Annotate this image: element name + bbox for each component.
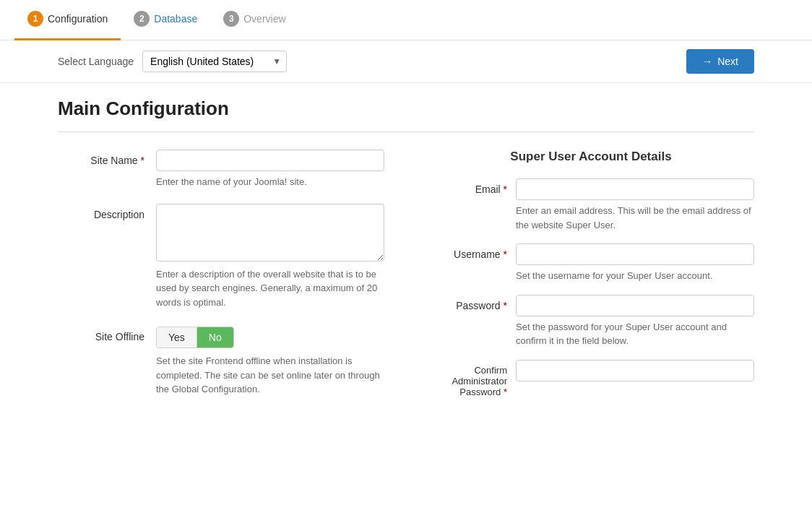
step-2-number: 2 <box>134 11 150 27</box>
confirm-password-row: Confirm Administrator Password * <box>428 360 754 397</box>
site-offline-label: Site Offline <box>58 327 144 342</box>
next-button[interactable]: → Next <box>686 49 754 74</box>
description-row: Description Enter a description of the o… <box>58 204 384 310</box>
site-name-label: Site Name * <box>58 150 144 166</box>
section-divider <box>58 131 754 132</box>
step-database[interactable]: 2 Database <box>121 0 210 40</box>
main-content: Main Configuration Site Name * Enter the… <box>0 83 812 438</box>
step-3-label: Overview <box>243 13 285 25</box>
username-row: Username * Set the username for your Sup… <box>428 243 754 283</box>
step-1-label: Configuration <box>48 13 108 25</box>
description-input[interactable] <box>156 204 384 262</box>
site-offline-row: Site Offline Yes No Set the site Fronten… <box>58 327 384 397</box>
site-name-hint: Enter the name of your Joomla! site. <box>156 175 384 189</box>
language-select[interactable]: English (United States) French (France) … <box>142 51 287 72</box>
page-title: Main Configuration <box>58 98 754 120</box>
email-row: Email * Enter an email address. This wil… <box>428 178 754 232</box>
super-user-section-title: Super User Account Details <box>428 150 754 164</box>
confirm-password-label: Confirm Administrator Password * <box>428 360 507 397</box>
email-content: Enter an email address. This will be the… <box>516 178 754 232</box>
language-label: Select Language <box>58 56 134 67</box>
email-hint: Enter an email address. This will be the… <box>516 204 754 232</box>
password-row: Password * Set the password for your Sup… <box>428 295 754 348</box>
step-configuration[interactable]: 1 Configuration <box>14 0 121 40</box>
site-offline-no-button[interactable]: No <box>197 327 233 348</box>
email-label: Email * <box>428 178 507 195</box>
stepper-bar: 1 Configuration 2 Database 3 Overview <box>0 0 812 40</box>
left-column: Site Name * Enter the name of your Jooml… <box>58 150 384 409</box>
site-offline-hint: Set the site Frontend offline when insta… <box>156 354 384 397</box>
site-offline-section: Site Offline Yes No Set the site Fronten… <box>58 327 384 397</box>
header-controls: Select Language English (United States) … <box>0 40 812 83</box>
step-1-number: 1 <box>27 11 43 27</box>
password-content: Set the password for your Super User acc… <box>516 295 754 348</box>
description-hint: Enter a description of the overall websi… <box>156 267 384 310</box>
step-3-number: 3 <box>223 11 239 27</box>
language-select-wrapper: English (United States) French (France) … <box>142 51 287 72</box>
confirm-password-input[interactable] <box>516 360 754 381</box>
language-section: Select Language English (United States) … <box>58 51 287 72</box>
step-overview[interactable]: 3 Overview <box>210 0 298 40</box>
site-offline-toggle: Yes No <box>156 327 234 348</box>
site-offline-content: Yes No Set the site Frontend offline whe… <box>156 327 384 397</box>
step-2-label[interactable]: Database <box>154 13 197 25</box>
password-input[interactable] <box>516 295 754 316</box>
username-content: Set the username for your Super User acc… <box>516 243 754 283</box>
description-label: Description <box>58 204 144 220</box>
form-columns: Site Name * Enter the name of your Jooml… <box>58 150 754 409</box>
username-label: Username * <box>428 243 507 260</box>
email-input[interactable] <box>516 178 754 200</box>
site-offline-yes-button[interactable]: Yes <box>157 327 196 348</box>
arrow-icon: → <box>702 56 712 67</box>
username-hint: Set the username for your Super User acc… <box>516 269 754 283</box>
username-input[interactable] <box>516 243 754 265</box>
stepper-steps: 1 Configuration 2 Database 3 Overview <box>14 0 299 40</box>
password-hint: Set the password for your Super User acc… <box>516 320 754 348</box>
confirm-password-content <box>516 360 754 381</box>
site-name-row: Site Name * Enter the name of your Jooml… <box>58 150 384 189</box>
site-name-content: Enter the name of your Joomla! site. <box>156 150 384 189</box>
site-name-input[interactable] <box>156 150 384 171</box>
description-content: Enter a description of the overall websi… <box>156 204 384 310</box>
right-column: Super User Account Details Email * Enter… <box>428 150 754 409</box>
password-label: Password * <box>428 295 507 311</box>
next-label: Next <box>717 56 738 67</box>
